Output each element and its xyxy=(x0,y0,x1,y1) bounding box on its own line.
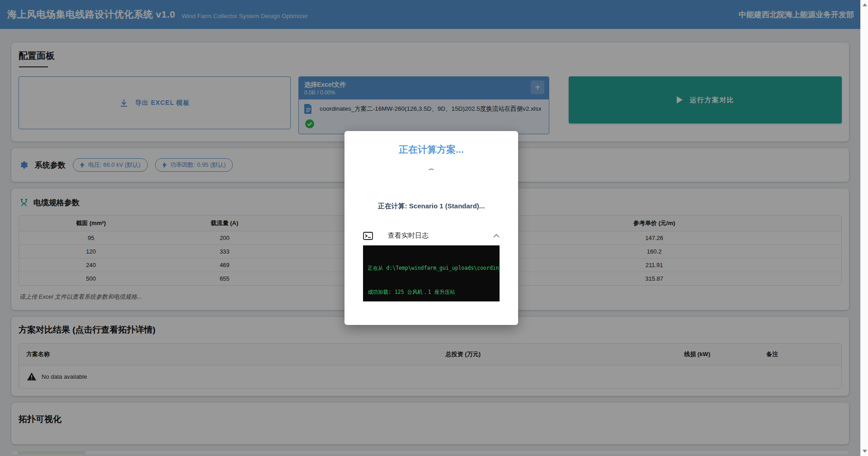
log-expansion-toggle[interactable]: 查看实时日志 xyxy=(363,231,500,240)
modal-title: 正在计算方案... xyxy=(344,143,518,156)
chevron-up-icon xyxy=(493,234,500,238)
log-line: 成功加载: 125 台风机，1 座升压站 xyxy=(368,288,500,296)
scroll-down-arrow[interactable] xyxy=(863,450,867,453)
calculating-modal: 正在计算方案... 正在计算: Scenario 1 (Standard)...… xyxy=(344,131,518,325)
terminal-icon xyxy=(363,232,373,240)
loading-spinner xyxy=(428,169,435,176)
calc-status-text: 正在计算: Scenario 1 (Standard)... xyxy=(344,202,518,211)
vertical-scrollbar[interactable] xyxy=(860,0,868,456)
scroll-up-arrow[interactable] xyxy=(863,3,867,6)
log-line: 正在从 d:\Temp\windfarm_gui_uploads\coordin xyxy=(368,264,500,273)
log-terminal[interactable]: 正在从 d:\Temp\windfarm_gui_uploads\coordin… xyxy=(363,245,500,301)
log-label: 查看实时日志 xyxy=(388,231,429,240)
